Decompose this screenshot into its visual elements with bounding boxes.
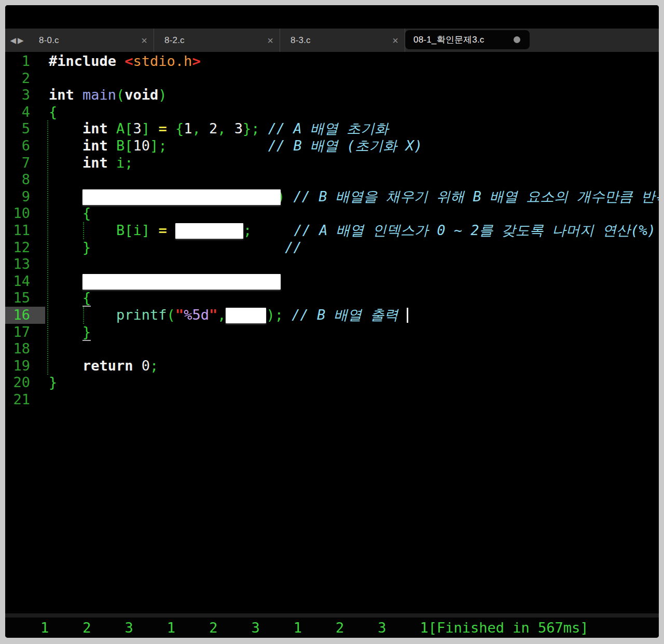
code-text: } // [49,239,302,256]
code-text [49,391,57,408]
line-number: 11 [5,222,45,239]
tab-8-0[interactable]: 8-0.c × [29,29,154,52]
editor-window: ◀ ▶ 8-0.c × 8-2.c × 8-3.c × 08-1_확인문제3.c… [5,5,659,638]
code-token: ; [125,155,133,171]
code-token [49,324,82,340]
code-text: { [49,104,57,121]
code-text: return 0; [49,358,158,375]
code-line: 13 [5,256,659,273]
line-number: 18 [5,340,45,358]
code-token: [ [125,120,133,136]
line-number: 17 [5,324,45,341]
code-token: } [82,324,91,341]
code-token: main [82,87,116,103]
code-token [49,205,82,221]
redacted-code-box [82,189,281,205]
code-line: 7 int i; [5,155,659,172]
redacted-code-box [82,274,281,290]
code-token: A [116,120,125,136]
code-line: 18 [5,340,659,358]
code-token: // A 배열 인덱스가 0 ~ 2를 갖도록 나머지 연산(%) 사용 [294,222,659,238]
code-token [167,120,175,136]
code-token: = [158,222,167,238]
code-text: #include <stdio.h> [49,53,201,70]
code-token: [ [125,222,133,238]
code-token [49,155,82,171]
code-token: #include [49,53,116,69]
tab-navigation: ◀ ▶ [5,29,29,52]
code-token: B [116,138,125,154]
close-icon[interactable]: × [392,35,398,46]
tab-scroll-left-icon[interactable]: ◀ [10,36,16,45]
code-token: ; [275,307,283,323]
build-output-panel: 1 2 3 1 2 3 1 2 3 1[Finished in 567ms] [5,618,659,638]
code-token: < [125,53,133,69]
text-cursor [407,308,408,323]
code-text: { [49,205,91,222]
code-token: 3 [133,120,142,136]
code-token: , [217,307,226,323]
code-token: 3 [226,120,243,136]
code-text: ) // B 배열을 채우기 위해 B 배열 요소의 개수만큼 반복 [49,188,659,205]
code-token: return [82,358,133,374]
line-number: 13 [5,256,45,273]
code-token: ; [158,138,167,154]
code-text [49,70,57,87]
code-line: 17 } [5,324,659,341]
tab-8-2[interactable]: 8-2.c × [154,29,280,52]
code-token: ( [167,307,175,323]
code-token: " [175,307,184,323]
code-token: { [82,290,91,307]
code-line: 1#include <stdio.h> [5,53,659,70]
code-token [49,290,82,306]
code-line: 19 return 0; [5,358,659,375]
code-line: 9 ) // B 배열을 채우기 위해 B 배열 요소의 개수만큼 반복 [5,188,659,205]
code-token [167,222,175,238]
code-token [260,120,268,136]
code-editor[interactable]: 1#include <stdio.h>2 3int main(void)4{5 … [5,52,659,613]
code-token: ] [142,120,150,136]
line-number: 4 [5,104,45,121]
code-token: ; [243,222,252,238]
code-token: int [82,138,116,154]
code-token [150,120,158,136]
code-token: // A 배열 초기화 [268,120,389,136]
line-number: 15 [5,290,45,307]
unsaved-changes-dot-icon [514,36,520,43]
code-line: 14 [5,273,659,290]
code-line: 10 { [5,205,659,222]
close-icon[interactable]: × [267,35,273,46]
code-line: 5 int A[3] = {1, 2, 3}; // A 배열 초기화 [5,120,659,138]
tab-active-08-1[interactable]: 08-1_확인문제3.c [405,30,530,49]
code-line: 12 } // [5,239,659,256]
code-token: 10 [133,138,150,154]
code-token [49,358,82,374]
code-text: int B[10]; // B 배열 (초기화 X) [49,138,422,155]
code-line: 3int main(void) [5,87,659,104]
code-text [49,171,57,188]
code-token [398,307,407,323]
code-token: printf [116,307,167,323]
redacted-code-box [226,308,266,323]
line-number: 10 [5,205,45,222]
code-token: ( [116,87,125,103]
code-text: { [49,290,91,307]
tab-scroll-right-icon[interactable]: ▶ [18,36,24,45]
code-token: > [192,53,200,69]
line-number: 5 [5,120,45,138]
code-line: 11 B[i] = ; // A 배열 인덱스가 0 ~ 2를 갖도록 나머지 … [5,222,659,239]
code-token [91,239,285,255]
close-icon[interactable]: × [141,35,147,46]
tab-8-3[interactable]: 8-3.c × [280,29,405,52]
code-token [49,120,82,136]
code-text: } [49,324,91,341]
code-text [49,256,57,273]
code-token: 2 [201,120,218,136]
code-token: [ [125,138,133,154]
code-line: 2 [5,70,659,87]
code-token: i [116,155,125,171]
code-token: int [82,120,116,136]
code-token: %5d [184,307,209,323]
redacted-code-box [175,223,243,239]
code-token: int [49,87,82,103]
